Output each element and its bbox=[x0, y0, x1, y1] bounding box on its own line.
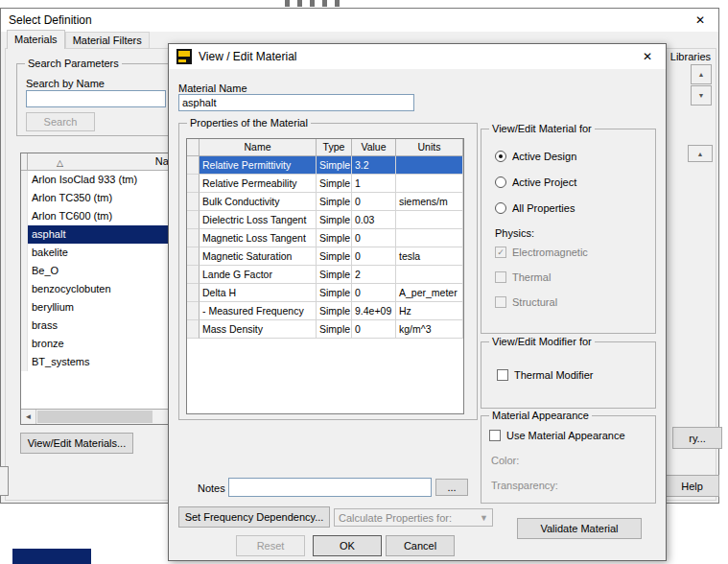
cell-name[interactable]: Delta H bbox=[200, 284, 317, 302]
cell-type[interactable]: Simple bbox=[317, 302, 352, 320]
cell-type[interactable]: Simple bbox=[317, 229, 352, 247]
tab-materials[interactable]: Materials bbox=[7, 30, 65, 49]
cell-name[interactable]: Magnetic Loss Tangent bbox=[200, 229, 317, 247]
tab-material-filters[interactable]: Material Filters bbox=[65, 32, 150, 48]
cell-value[interactable]: 0.03 bbox=[352, 211, 396, 229]
checkbox-thermal-modifier[interactable]: Thermal Modifier bbox=[497, 369, 594, 381]
cell-units[interactable] bbox=[396, 229, 463, 247]
cell-type[interactable]: Simple bbox=[317, 193, 352, 211]
cell-type[interactable]: Simple bbox=[317, 284, 352, 302]
select-definition-titlebar[interactable]: Select Definition ✕ bbox=[1, 9, 718, 32]
cell-name[interactable]: Relative Permittivity bbox=[200, 156, 317, 175]
search-button[interactable]: Search bbox=[26, 112, 95, 131]
cell-type[interactable]: Simple bbox=[317, 266, 352, 284]
column-header-name[interactable]: Name bbox=[200, 139, 317, 156]
cell-name[interactable]: Mass Density bbox=[200, 320, 317, 339]
property-row[interactable]: Relative PermittivitySimple3.2 bbox=[187, 156, 463, 175]
checkbox-electromagnetic[interactable]: ✓ Electromagnetic bbox=[495, 247, 588, 258]
cell-name[interactable]: - Measured Frequency bbox=[200, 302, 317, 320]
property-row[interactable]: Lande G FactorSimple2 bbox=[187, 266, 463, 284]
view-edit-materials-button[interactable]: View/Edit Materials... bbox=[20, 433, 133, 454]
cell-value[interactable]: 0 bbox=[352, 284, 396, 302]
search-input[interactable] bbox=[26, 90, 166, 107]
export-to-library-button-fragment[interactable]: ry... bbox=[672, 427, 722, 449]
help-button[interactable]: Help bbox=[665, 475, 719, 497]
cell-type[interactable]: Simple bbox=[317, 175, 352, 193]
column-header-type[interactable]: Type bbox=[317, 139, 352, 156]
appearance-legend: Material Appearance bbox=[489, 410, 592, 421]
tab-strip: Materials Material Filters bbox=[7, 30, 150, 49]
cell-name[interactable]: Lande G Factor bbox=[200, 266, 317, 284]
column-header-units[interactable]: Units bbox=[396, 139, 463, 156]
search-parameters-legend: Search Parameters bbox=[25, 58, 122, 69]
scroll-up-fragment-icon[interactable]: ▲ bbox=[688, 145, 713, 162]
property-row[interactable]: Delta HSimple0A_per_meter bbox=[187, 284, 463, 302]
property-row[interactable]: Bulk ConductivitySimple0siemens/m bbox=[187, 193, 463, 211]
cell-name[interactable]: Relative Permeability bbox=[200, 175, 317, 193]
row-gutter bbox=[21, 317, 28, 335]
cell-units[interactable] bbox=[396, 266, 463, 284]
modal-titlebar[interactable]: View / Edit Material ✕ bbox=[169, 44, 666, 69]
scrollbar-thumb[interactable] bbox=[37, 411, 153, 423]
background-window-title-fragment bbox=[285, 0, 342, 7]
material-name-input[interactable] bbox=[178, 94, 414, 111]
cell-units[interactable]: kg/m^3 bbox=[396, 320, 463, 339]
property-row[interactable]: Relative PermeabilitySimple1 bbox=[187, 175, 463, 193]
set-frequency-dependency-button[interactable]: Set Frequency Dependency... bbox=[178, 506, 330, 528]
scroll-down-icon[interactable]: ▼ bbox=[691, 85, 712, 106]
cell-type[interactable]: Simple bbox=[317, 247, 352, 266]
cell-value[interactable]: 0 bbox=[352, 247, 396, 266]
cell-type[interactable]: Simple bbox=[317, 320, 352, 339]
cell-value[interactable]: 0 bbox=[352, 193, 396, 211]
validate-material-button[interactable]: Validate Material bbox=[517, 518, 642, 539]
radio-icon bbox=[495, 202, 506, 214]
checkbox-label: Structural bbox=[512, 296, 557, 308]
calculate-properties-dropdown[interactable]: Calculate Properties for: ▼ bbox=[334, 508, 493, 527]
checkbox-structural[interactable]: Structural bbox=[495, 296, 557, 308]
cell-name[interactable]: Magnetic Saturation bbox=[200, 247, 317, 266]
scroll-up-icon[interactable]: ▲ bbox=[691, 64, 712, 84]
cell-units[interactable]: Hz bbox=[396, 302, 463, 320]
ok-button[interactable]: OK bbox=[313, 535, 382, 556]
row-gutter bbox=[187, 266, 200, 284]
checkbox-label: Thermal Modifier bbox=[514, 369, 594, 381]
radio-active-design[interactable]: Active Design bbox=[495, 151, 576, 162]
cell-value[interactable]: 3.2 bbox=[352, 156, 396, 175]
close-icon[interactable]: ✕ bbox=[635, 50, 660, 63]
cell-value[interactable]: 2 bbox=[352, 266, 396, 284]
cell-units[interactable]: tesla bbox=[396, 247, 463, 266]
cancel-button[interactable]: Cancel bbox=[386, 535, 455, 556]
row-gutter bbox=[187, 302, 200, 320]
checkbox-checked-icon: ✓ bbox=[495, 247, 506, 258]
radio-all-properties[interactable]: All Properties bbox=[495, 202, 575, 214]
notes-browse-button[interactable]: ... bbox=[435, 479, 468, 496]
cell-units[interactable] bbox=[396, 211, 463, 229]
checkbox-thermal[interactable]: Thermal bbox=[495, 271, 551, 283]
cell-units[interactable]: siemens/m bbox=[396, 193, 463, 211]
radio-active-project[interactable]: Active Project bbox=[495, 176, 576, 188]
cell-value[interactable]: 0 bbox=[352, 320, 396, 339]
property-row[interactable]: Magnetic Loss TangentSimple0 bbox=[187, 229, 463, 247]
cell-units[interactable] bbox=[396, 175, 463, 193]
cell-units[interactable]: A_per_meter bbox=[396, 284, 463, 302]
cell-value[interactable]: 9.4e+09 bbox=[352, 302, 396, 320]
column-header-value[interactable]: Value bbox=[352, 139, 396, 156]
view-edit-material-dialog: View / Edit Material ✕ Material Name Pro… bbox=[168, 43, 667, 561]
reset-button[interactable]: Reset bbox=[236, 535, 305, 556]
checkbox-use-material-appearance[interactable]: Use Material Appearance bbox=[489, 430, 625, 441]
property-row[interactable]: - Measured FrequencySimple9.4e+09Hz bbox=[187, 302, 463, 320]
property-row[interactable]: Magnetic SaturationSimple0tesla bbox=[187, 247, 463, 266]
property-row[interactable]: Mass DensitySimple0kg/m^3 bbox=[187, 320, 463, 339]
notes-input[interactable] bbox=[228, 478, 432, 497]
material-name-label: Material Name bbox=[178, 82, 247, 94]
cell-units[interactable] bbox=[396, 156, 463, 175]
cell-type[interactable]: Simple bbox=[317, 156, 352, 175]
property-row[interactable]: Dielectric Loss TangentSimple0.03 bbox=[187, 211, 463, 229]
cell-name[interactable]: Bulk Conductivity bbox=[200, 193, 317, 211]
cell-name[interactable]: Dielectric Loss Tangent bbox=[200, 211, 317, 229]
cell-type[interactable]: Simple bbox=[317, 211, 352, 229]
close-icon[interactable]: ✕ bbox=[688, 13, 713, 27]
scroll-left-icon[interactable]: ◄ bbox=[21, 410, 36, 424]
cell-value[interactable]: 1 bbox=[352, 175, 396, 193]
cell-value[interactable]: 0 bbox=[352, 229, 396, 247]
